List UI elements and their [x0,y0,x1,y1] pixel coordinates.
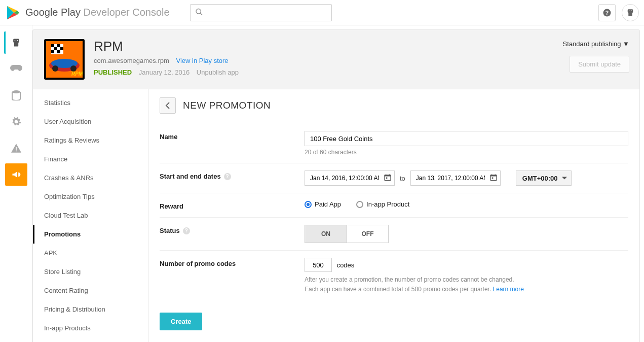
svg-point-27 [52,65,58,72]
help-button[interactable]: ? [598,4,616,21]
sidebar-item-user-acquisition[interactable]: User Acquisition [33,112,148,131]
promo-codes-input[interactable] [305,258,332,272]
sidebar-item-services-apis[interactable]: Services & APIs [33,337,148,342]
rail-item-games[interactable] [5,58,27,80]
reward-label: Reward [160,200,305,210]
svg-rect-23 [51,50,54,53]
svg-point-10 [631,10,632,11]
sidebar-item-crashes-anrs[interactable]: Crashes & ANRs [33,168,148,187]
svg-rect-8 [628,9,633,13]
start-date-input[interactable] [305,170,395,186]
sidebar-item-content-rating[interactable]: Content Rating [33,281,148,300]
sidebar-item-promotions[interactable]: Promotions [33,225,148,244]
rail-item-storage[interactable] [5,84,27,107]
name-label: Name [160,131,305,141]
play-logo-icon [5,5,21,21]
brand-title: Google Play Developer Console [25,7,170,18]
svg-point-14 [17,40,18,41]
sidebar-item-pricing-distribution[interactable]: Pricing & Distribution [33,300,148,319]
svg-rect-15 [14,43,18,47]
status-help-icon[interactable]: ? [183,227,190,234]
topbar: Google Play Developer Console ? [0,0,644,25]
svg-rect-11 [628,13,632,16]
sidebar-item-statistics[interactable]: Statistics [33,93,148,112]
account-avatar[interactable] [622,4,639,21]
svg-text:?: ? [605,9,609,15]
svg-rect-21 [54,47,57,50]
end-date-input[interactable] [410,170,501,186]
codes-note-2: Each app can have a combined total of 50… [305,286,493,293]
svg-line-5 [200,13,202,15]
svg-point-4 [196,9,201,13]
svg-rect-20 [57,44,60,47]
publishing-mode-dropdown[interactable]: Standard publishing ▼ [563,40,629,48]
sidebar-item-store-listing[interactable]: Store Listing [33,262,148,281]
create-button[interactable]: Create [160,313,202,330]
sidebar: Statistics User Acquisition Ratings & Re… [33,89,148,342]
codes-unit: codes [337,261,355,269]
back-button[interactable] [160,97,176,114]
svg-text:RPM: RPM [71,71,83,77]
promotion-name-input[interactable] [305,131,628,146]
rail-item-promotions[interactable] [5,163,27,186]
status-off-button[interactable]: OFF [347,225,388,243]
to-label: to [400,175,405,182]
package-name: com.awesomegames.rpm [94,57,169,64]
submit-update-button[interactable]: Submit update [570,56,629,73]
page-title: NEW PROMOTION [183,100,271,111]
rail-item-alerts[interactable] [5,137,27,159]
app-title: RPM [94,39,239,54]
timezone-select[interactable]: GMT+00:00 [516,170,572,186]
radio-checked-icon [305,201,312,208]
promo-codes-label: Number of promo codes [160,258,305,267]
search-input[interactable] [190,4,332,21]
radio-unchecked-icon [356,201,363,208]
rail-item-android[interactable] [4,31,26,54]
codes-note-1: After you create a promotion, the number… [305,275,628,285]
publish-date: January 12, 2016 [139,69,190,76]
dates-label: Start and end dates [160,173,221,180]
main-content: NEW PROMOTION Name 20 of 60 characters S… [148,89,639,342]
sidebar-item-finance[interactable]: Finance [33,150,148,168]
sidebar-item-apk[interactable]: APK [33,244,148,262]
dates-help-icon[interactable]: ? [224,173,231,180]
sidebar-item-optimization-tips[interactable]: Optimization Tips [33,187,148,206]
status-toggle: ON OFF [305,225,389,243]
app-icon: RPM [44,39,85,80]
search-icon [195,8,203,17]
svg-rect-19 [51,44,54,47]
reward-paid-app-radio[interactable]: Paid App [305,200,341,208]
reward-in-app-product-radio[interactable]: In-app Product [356,200,409,208]
app-header: RPM RPM com.awesomegames.rpm View in Pla… [32,29,640,89]
status-on-button[interactable]: ON [305,225,347,243]
svg-rect-12 [13,39,19,43]
sidebar-item-cloud-test-lab[interactable]: Cloud Test Lab [33,206,148,225]
svg-point-16 [12,90,20,93]
svg-point-9 [629,10,630,11]
learn-more-link[interactable]: Learn more [493,286,524,293]
name-char-count: 20 of 60 characters [305,149,628,156]
sidebar-item-in-app-products[interactable]: In-app Products [33,319,148,337]
publish-status: PUBLISHED [94,69,132,76]
icon-rail [0,25,32,342]
sidebar-item-ratings-reviews[interactable]: Ratings & Reviews [33,131,148,150]
svg-point-13 [14,40,15,41]
view-in-store-link[interactable]: View in Play store [176,57,228,64]
svg-rect-24 [57,50,60,53]
search-wrap [190,4,332,21]
unpublish-link[interactable]: Unpublish app [197,69,239,76]
svg-rect-22 [60,47,63,50]
status-label: Status [160,227,180,234]
rail-item-settings[interactable] [5,111,27,133]
